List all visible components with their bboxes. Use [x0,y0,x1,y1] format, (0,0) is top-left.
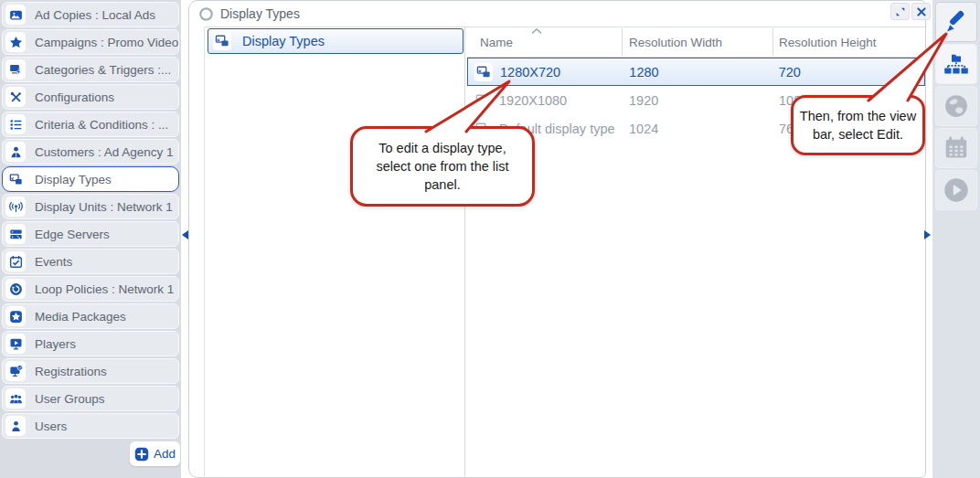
add-button[interactable]: Add [130,441,180,466]
display-type-icon [474,63,493,81]
tool-1280X720[interactable]: 1280X720 1280 720 [467,58,925,86]
edge-servers-icon [5,224,26,244]
configurations-icon [5,87,26,107]
sidebar-item[interactable]: Configurations [2,84,179,110]
sidebar-item[interactable]: Campaigns : Promo Video [2,29,179,55]
display-types-panel: Display Types Display Types Name Resolut… [188,0,926,478]
sidebar-item[interactable]: Display Types [2,166,179,192]
column-divider [622,28,623,56]
tool-map-view[interactable] [935,86,977,126]
sidebar-item[interactable]: Customers : Ad Agency 1 [2,139,179,165]
criteria-conditions-icon [5,114,26,134]
add-button-label: Add [154,447,176,461]
restore-icon [895,6,906,17]
sidebar-item-label: Users [35,420,67,433]
table-header: Name Resolution Width Resolution Height [467,27,925,58]
categories-triggers-icon [5,59,26,80]
sidebar-item-label: Customers : Ad Agency 1 [35,145,174,159]
callout-text: To edit a display type, select one from … [361,139,524,194]
close-button[interactable] [911,3,931,20]
column-header-name[interactable]: Name [480,36,513,49]
sidebar-item[interactable]: Users [2,413,179,439]
row-resolution-width: 1280 [622,65,772,80]
panel-title: Display Types [220,6,300,21]
calendar-icon [943,134,970,162]
sidebar-item-label: Display Types [35,173,112,186]
sidebar-item-label: Loop Policies : Network 1 [35,282,174,296]
sidebar-item-label: Registrations [35,365,107,378]
sidebar-item-label: Events [35,255,72,269]
sidebar-item-list: Ad Copies : Local Ads Campaigns : Promo … [0,2,181,439]
sidebar-item-label: Campaigns : Promo Video [35,36,178,49]
sidebar-item[interactable]: User Groups [2,386,179,411]
events-icon [5,251,26,271]
sidebar-item[interactable]: Categories & Triggers :... [2,57,179,82]
players-icon [5,334,26,354]
panel-window-icon [198,6,214,22]
callout-text: Then, from the view bar, select Edit. [796,107,921,143]
restore-button[interactable] [890,3,910,20]
callout-select-edit: Then, from the view bar, select Edit. [791,95,925,155]
display-type-icon [474,91,492,110]
row-resolution-width: 1024 [622,122,772,136]
display-type-icon [213,32,231,50]
sidebar-item-label: Display Units : Network 1 [35,200,173,214]
sidebar-item[interactable]: Registrations [2,358,179,384]
list-panel-border [204,27,205,476]
column-divider [772,28,773,56]
sidebar-item[interactable]: Ad Copies : Local Ads [2,2,179,27]
loop-policies-icon [5,279,26,299]
customers-icon [5,142,26,162]
list-panel-item-display-types[interactable]: Display Types [208,28,463,54]
user-groups-icon [5,388,26,409]
pencil-icon [943,8,970,36]
row-name: 1280X720 [500,65,560,80]
tool-list-view[interactable] [935,44,977,84]
display-units-icon [5,197,26,217]
sidebar-item-label: Edge Servers [35,228,110,241]
row-name: 1920X1080 [499,93,567,108]
list-item-label: Display Types [242,34,325,48]
sidebar-collapse-handle[interactable] [182,230,188,239]
column-header-resolution-height[interactable]: Resolution Height [779,36,877,49]
panel-expand-handle[interactable] [924,230,931,239]
globe-icon [943,92,970,120]
sidebar-item[interactable]: Criteria & Conditions : ... [2,112,179,137]
callout-select-display-type: To edit a display type, select one from … [350,126,535,207]
tool-edit[interactable] [935,2,977,42]
campaigns-icon [5,32,26,52]
hierarchy-icon [943,50,970,78]
sidebar: Ad Copies : Local Ads Campaigns : Promo … [0,0,181,478]
sidebar-item-label: Criteria & Conditions : ... [35,118,168,132]
display-type-icon [5,169,26,189]
view-bar-tools [932,2,980,210]
registrations-icon [5,361,26,381]
sidebar-item[interactable]: Edge Servers [2,221,179,247]
sidebar-item[interactable]: Loop Policies : Network 1 [2,276,179,302]
sidebar-item[interactable]: Events [2,249,179,274]
row-resolution-height: 720 [772,65,924,80]
sidebar-item-label: Media Packages [35,310,126,324]
table-left-border [464,27,465,476]
close-icon [916,6,927,17]
app-window: Ad Copies : Local Ads Campaigns : Promo … [0,0,980,478]
sidebar-item[interactable]: Display Units : Network 1 [2,194,179,219]
tool-playback-view[interactable] [935,170,977,210]
sidebar-item-label: Categories & Triggers :... [35,63,171,77]
view-bar [932,0,980,478]
sidebar-item-label: Players [35,337,76,351]
column-header-resolution-width[interactable]: Resolution Width [629,36,722,49]
sidebar-item[interactable]: Media Packages [2,303,179,329]
sidebar-item-label: User Groups [35,392,105,406]
sidebar-item-label: Configurations [35,90,114,104]
sidebar-item-label: Ad Copies : Local Ads [35,8,155,22]
tool-calendar-view[interactable] [935,128,977,168]
play-icon [943,176,970,204]
ad-copies-icon [5,5,26,25]
media-packages-icon [5,306,26,326]
users-icon [5,416,26,436]
plus-icon [134,447,149,462]
row-resolution-width: 1920 [622,93,772,108]
sidebar-item[interactable]: Players [2,331,179,356]
sort-ascending-icon [530,27,543,35]
